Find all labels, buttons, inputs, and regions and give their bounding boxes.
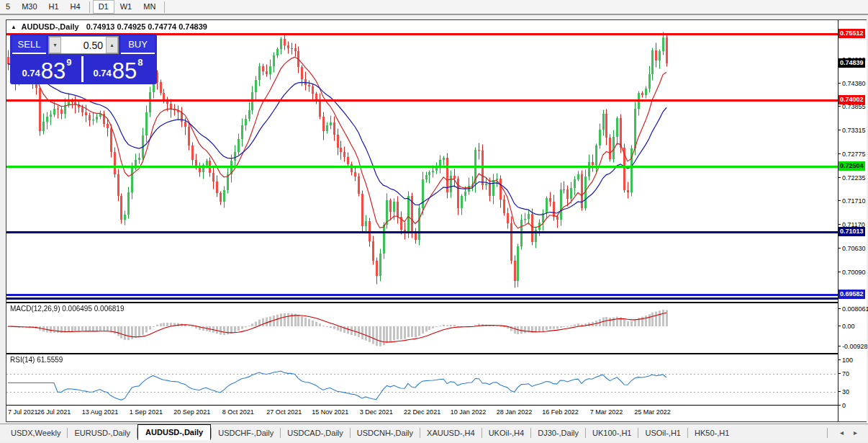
buy-button[interactable]: BUY (121, 36, 155, 54)
sell-price-big: 83 (41, 60, 65, 82)
macd-canvas[interactable] (6, 303, 838, 353)
sell-price-prefix: 0.74 (22, 68, 40, 82)
tick-mark (838, 346, 841, 346)
chart-title: ▲ AUDUSD-,Daily 0.74913 0.74925 0.74774 … (11, 22, 207, 31)
date-label: 1 Sep 2021 (130, 408, 163, 416)
price-level-badge: 0.75512 (838, 29, 865, 38)
rsi-axis-tick: 0 (838, 402, 846, 410)
buy-price-big: 85 (112, 60, 137, 82)
rsi-axis-tick: 100 (838, 357, 853, 364)
tick-mark (838, 391, 841, 392)
macd-label: MACD(12,26,9) 0.006495 0.006819 (10, 305, 124, 313)
tab-scroll-left-button[interactable]: ◂ (835, 427, 849, 438)
chart-window: ▲ AUDUSD-,Daily 0.74913 0.74925 0.74774 … (6, 19, 867, 422)
volume-decrease-button[interactable]: ▾ (49, 37, 61, 53)
chart-tab[interactable]: UKOil-,H4 (482, 426, 531, 439)
tick-mark (838, 405, 841, 406)
timeframe-button-M30[interactable]: M30 (16, 1, 42, 13)
date-label: 10 Jan 2022 (451, 408, 487, 416)
date-label: 15 Nov 2021 (312, 408, 348, 416)
price-axis-tick: 0.70090 (838, 269, 866, 277)
chart-tab[interactable]: DJ30-,Daily (531, 426, 585, 439)
rsi-pane: RSI(14) 61.5559 (6, 354, 838, 405)
volume-spinner: ▾ ▴ (48, 36, 119, 54)
date-label: 26 Jul 2021 (37, 408, 71, 416)
sell-price-pip: 9 (66, 57, 71, 68)
toolbar-separator (89, 1, 90, 13)
rsi-axis-tick: 70 (838, 370, 849, 378)
date-label: 27 Oct 2021 (266, 408, 302, 416)
price-axis-tick: 0.71710 (838, 197, 866, 205)
tick-mark (838, 224, 841, 225)
chart-tab[interactable]: EURUSD-,Daily (68, 426, 137, 439)
volume-increase-button[interactable]: ▴ (106, 37, 118, 53)
timeframe-button-MN[interactable]: MN (137, 1, 161, 13)
price-axis: 0.754600.749200.743800.738550.733150.727… (838, 20, 867, 421)
date-label: 7 Jul 2021 (8, 408, 38, 416)
chart-tab[interactable]: XAUUSD-,H4 (420, 426, 482, 439)
tab-scroll-controls: ◂▸ (827, 427, 868, 438)
timeframe-button-5[interactable]: 5 (0, 1, 16, 13)
rsi-canvas[interactable] (6, 354, 838, 405)
price-axis-tick: 0.73315 (838, 127, 866, 135)
date-label: 8 Oct 2021 (222, 408, 254, 416)
volume-input[interactable] (61, 37, 106, 53)
panel-toggle-icon[interactable]: ▲ (11, 24, 17, 30)
tick-mark (838, 83, 841, 84)
tick-mark (838, 200, 841, 201)
arrow-up-icon: ▴ (110, 42, 113, 48)
tick-mark (838, 272, 841, 272)
chart-tab[interactable]: HK50-,H1 (688, 426, 736, 439)
date-label: 3 Dec 2021 (360, 408, 393, 416)
timeframe-button-D1[interactable]: D1 (93, 0, 114, 14)
tick-mark (838, 130, 841, 130)
price-level-badge: 0.69582 (838, 290, 865, 299)
date-label: 13 Aug 2021 (82, 408, 119, 416)
price-axis-tick: 0.72235 (838, 174, 866, 182)
chart-tab[interactable]: UK100-,H1 (586, 426, 638, 439)
rsi-label: RSI(14) 61.5559 (10, 356, 63, 364)
buy-price-pip: 8 (137, 57, 143, 68)
symbol-label: AUDUSD-,Daily (22, 22, 79, 31)
chart-tab[interactable]: USDCNH-,Daily (351, 426, 420, 439)
tick-mark (838, 177, 841, 178)
price-level-badge: 0.74002 (838, 95, 865, 104)
date-label: 7 Mar 2022 (590, 408, 623, 416)
chart-tab[interactable]: AUDUSD-,Daily (137, 424, 211, 440)
chart-tab[interactable]: USDCAD-,Daily (281, 426, 350, 439)
timeframe-button-H1[interactable]: H1 (43, 1, 65, 13)
buy-price[interactable]: 0.74 85 8 (83, 56, 153, 82)
tick-mark (838, 248, 841, 249)
macd-axis-tick: -0.00928 (838, 343, 868, 351)
chart-tab[interactable]: USDX,Weekly (4, 426, 67, 439)
price-level-badge: 0.71013 (838, 227, 865, 236)
date-label: 22 Dec 2021 (404, 408, 440, 416)
timeframe-toolbar: 5M30H1H4D1W1MN (0, 0, 868, 15)
price-axis-tick: 0.74380 (838, 80, 866, 88)
timeframe-button-W1[interactable]: W1 (114, 1, 138, 13)
tick-mark (838, 153, 841, 154)
sell-button[interactable]: SELL (12, 36, 46, 54)
sell-price[interactable]: 0.74 83 9 (12, 56, 81, 82)
macd-pane: MACD(12,26,9) 0.006495 0.006819 (6, 303, 838, 353)
price-axis-tick: 0.70630 (838, 245, 866, 253)
macd-axis-tick: 0.00 (838, 323, 855, 331)
date-label: 25 Mar 2022 (634, 408, 671, 416)
date-axis: 7 Jul 202126 Jul 202113 Aug 20211 Sep 20… (6, 406, 838, 421)
chart-tab[interactable]: USDCHF-,Daily (212, 426, 280, 439)
tab-scroll-right-button[interactable]: ▸ (849, 427, 862, 438)
price-axis-tick: 0.72775 (838, 151, 866, 158)
tick-mark (838, 359, 841, 360)
date-label: 28 Jan 2022 (497, 408, 533, 416)
one-click-trading-panel: SELL ▾ ▴ BUY 0.74 83 9 (10, 34, 157, 84)
ohlc-values: 0.74913 0.74925 0.74774 0.74839 (86, 22, 207, 31)
macd-axis-tick: 0.008061 (838, 305, 868, 313)
price-pane: ▲ AUDUSD-,Daily 0.74913 0.74925 0.74774 … (6, 20, 838, 302)
tick-mark (838, 326, 841, 326)
tick-mark (838, 373, 841, 374)
timeframe-button-H4[interactable]: H4 (65, 1, 86, 13)
chart-tab[interactable]: USOil-,H1 (638, 426, 687, 439)
toolbar-separator (164, 1, 165, 13)
date-label: 16 Feb 2022 (542, 408, 579, 416)
price-level-badge: 0.74839 (838, 58, 865, 68)
